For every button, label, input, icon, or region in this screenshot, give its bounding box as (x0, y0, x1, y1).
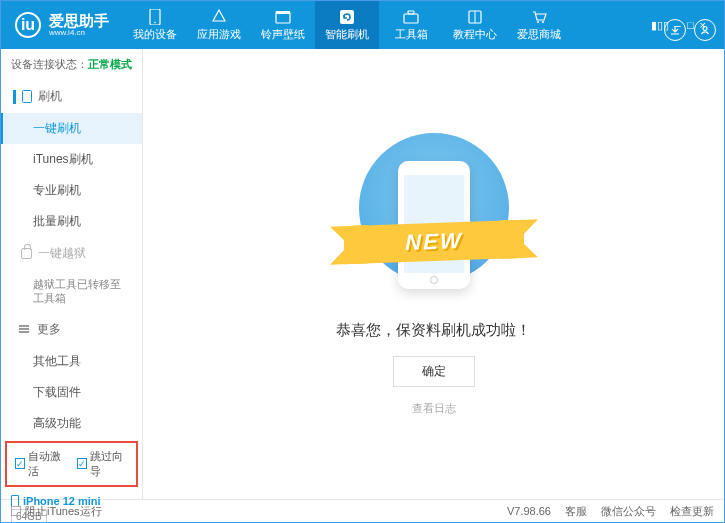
wallet-icon (275, 9, 291, 25)
menu-icon (19, 324, 31, 335)
logo-url: www.i4.cn (49, 28, 109, 37)
svg-rect-4 (340, 10, 354, 24)
success-illustration: NEW (334, 133, 534, 303)
sidebar-item-advanced[interactable]: 高级功能 (1, 408, 142, 439)
check-update-link[interactable]: 检查更新 (670, 504, 714, 519)
cart-icon (531, 9, 547, 25)
nav-apps[interactable]: 应用游戏 (187, 1, 251, 49)
main-content: NEW 恭喜您，保资料刷机成功啦！ 确定 查看日志 (143, 49, 724, 499)
svg-rect-11 (23, 91, 32, 103)
book-icon (467, 9, 483, 25)
refresh-icon (339, 9, 355, 25)
top-nav: 我的设备 应用游戏 铃声壁纸 智能刷机 工具箱 教程中心 爱思商城 (123, 1, 633, 49)
user-icon[interactable] (694, 19, 716, 41)
download-icon[interactable] (664, 19, 686, 41)
checkbox-icon: ✓ (15, 458, 25, 469)
support-link[interactable]: 客服 (565, 504, 587, 519)
phone-icon (22, 90, 32, 103)
ribbon-text: NEW (405, 227, 462, 255)
nav-my-device[interactable]: 我的设备 (123, 1, 187, 49)
svg-rect-3 (276, 11, 290, 14)
connection-status: 设备连接状态：正常模式 (1, 49, 142, 80)
svg-point-10 (703, 27, 707, 31)
svg-point-1 (154, 21, 156, 23)
svg-rect-6 (408, 11, 414, 14)
version-label: V7.98.66 (507, 505, 551, 517)
nav-ringtones[interactable]: 铃声壁纸 (251, 1, 315, 49)
svg-rect-5 (404, 14, 418, 23)
sidebar-section-jailbreak: 一键越狱 (1, 237, 142, 270)
sidebar-item-batch-flash[interactable]: 批量刷机 (1, 206, 142, 237)
success-message: 恭喜您，保资料刷机成功啦！ (336, 321, 531, 340)
apps-icon (211, 9, 227, 25)
sidebar-item-oneclick-flash[interactable]: 一键刷机 (1, 113, 142, 144)
sidebar-item-itunes-flash[interactable]: iTunes刷机 (1, 144, 142, 175)
checkbox-icon (11, 506, 21, 516)
checkbox-skip-guide[interactable]: ✓ 跳过向导 (77, 449, 129, 479)
phone-icon (147, 9, 163, 25)
logo-icon: iu (15, 12, 41, 38)
logo[interactable]: iu 爱思助手 www.i4.cn (1, 12, 123, 38)
checkbox-block-itunes[interactable]: 阻止iTunes运行 (11, 504, 102, 519)
svg-point-8 (537, 21, 539, 23)
app-header: iu 爱思助手 www.i4.cn 我的设备 应用游戏 铃声壁纸 智能刷机 工具… (1, 1, 724, 49)
sidebar-item-pro-flash[interactable]: 专业刷机 (1, 175, 142, 206)
sidebar-item-download-firmware[interactable]: 下载固件 (1, 377, 142, 408)
sidebar-item-other-tools[interactable]: 其他工具 (1, 346, 142, 377)
nav-toolbox[interactable]: 工具箱 (379, 1, 443, 49)
toolbox-icon (403, 9, 419, 25)
checkbox-icon: ✓ (77, 458, 87, 469)
checkbox-auto-activate[interactable]: ✓ 自动激活 (15, 449, 67, 479)
sidebar-jailbreak-note: 越狱工具已转移至 工具箱 (1, 270, 142, 313)
sidebar: 设备连接状态：正常模式 刷机 一键刷机 iTunes刷机 专业刷机 批量刷机 一… (1, 49, 143, 499)
nav-tutorials[interactable]: 教程中心 (443, 1, 507, 49)
view-log-link[interactable]: 查看日志 (412, 401, 456, 416)
sidebar-section-flash[interactable]: 刷机 (1, 80, 142, 113)
lock-icon (21, 248, 32, 259)
wechat-link[interactable]: 微信公众号 (601, 504, 656, 519)
nav-store[interactable]: 爱思商城 (507, 1, 571, 49)
sidebar-section-more[interactable]: 更多 (1, 313, 142, 346)
svg-point-9 (542, 21, 544, 23)
checkbox-row: ✓ 自动激活 ✓ 跳过向导 (5, 441, 138, 487)
logo-title: 爱思助手 (49, 13, 109, 28)
nav-smart-flash[interactable]: 智能刷机 (315, 1, 379, 49)
confirm-button[interactable]: 确定 (393, 356, 475, 387)
